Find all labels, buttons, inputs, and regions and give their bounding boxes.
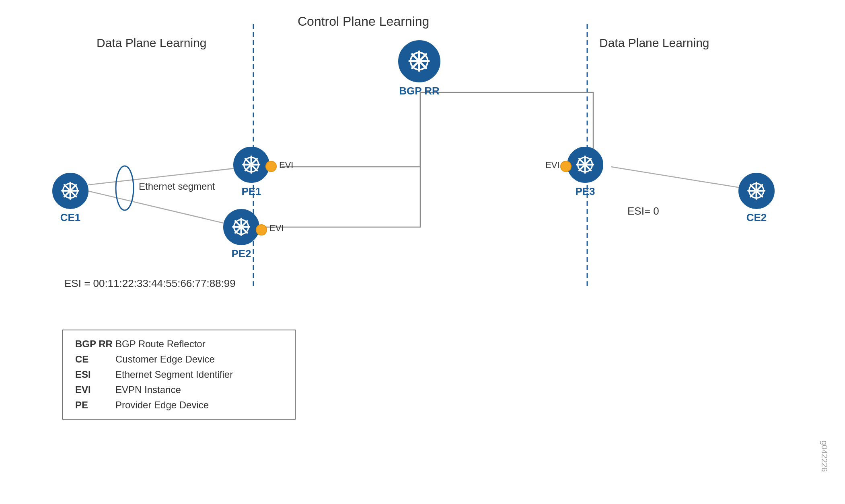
pe3-icon [567,147,603,183]
pe3-evi-label: EVI [545,160,559,170]
legend-key-evi: EVI [75,384,115,395]
pe3-evi-dot [560,161,572,172]
pe2-icon [223,209,259,245]
legend-value-pe: Provider Edge Device [115,400,209,411]
watermark: g042226 [820,440,829,472]
pe2-label: PE2 [231,248,251,260]
esi-left-label: ESI = 00:11:22:33:44:55:66:77:88:99 [64,277,236,290]
ethernet-segment-label: Ethernet segment [139,181,215,192]
legend-row-evi: EVI EVPN Instance [75,384,283,395]
legend-value-esi: Ethernet Segment Identifier [115,369,233,380]
legend-row-esi: ESI Ethernet Segment Identifier [75,369,283,380]
legend-key-ce: CE [75,354,115,365]
diagram-container: Data Plane Learning Control Plane Learni… [0,0,845,504]
pe2-evi-dot [256,224,267,236]
legend-value-bgprr: BGP Route Reflector [115,338,206,350]
legend-key-pe: PE [75,400,115,411]
pe1-evi-dot [265,161,277,172]
legend-box: BGP RR BGP Route Reflector CE Customer E… [62,330,296,420]
ce2-label: CE2 [746,211,767,224]
legend-value-ce: Customer Edge Device [115,354,215,365]
esi-right-label: ESI= 0 [627,205,659,217]
ce1-node: CE1 [52,173,88,224]
ce2-icon [738,173,775,209]
ce2-node: CE2 [738,173,775,224]
ce1-label: CE1 [60,211,81,224]
legend-row-ce: CE Customer Edge Device [75,354,283,365]
svg-line-3 [88,191,241,227]
legend-key-bgprr: BGP RR [75,338,115,350]
pe3-node: PE3 [567,147,603,198]
right-dpl-header: Data Plane Learning [599,36,709,50]
pe2-node: PE2 [223,209,259,260]
bgp-rr-icon [398,40,440,82]
pe1-node: PE1 [233,147,269,198]
bgp-rr-node: BGP RR [398,40,440,97]
legend-value-evi: EVPN Instance [115,384,181,395]
svg-line-4 [611,167,760,191]
legend-key-esi: ESI [75,369,115,380]
left-dpl-header: Data Plane Learning [97,36,207,50]
pe3-label: PE3 [575,185,595,198]
legend-row-bgprr: BGP RR BGP Route Reflector [75,338,283,350]
svg-point-5 [116,166,134,210]
ce1-icon [52,173,88,209]
cpl-header: Control Plane Learning [298,14,429,29]
pe1-icon [233,147,269,183]
pe1-label: PE1 [241,185,261,198]
bgp-rr-label: BGP RR [399,85,440,97]
pe1-evi-label: EVI [279,160,293,170]
pe2-evi-label: EVI [269,223,284,234]
legend-row-pe: PE Provider Edge Device [75,400,283,411]
